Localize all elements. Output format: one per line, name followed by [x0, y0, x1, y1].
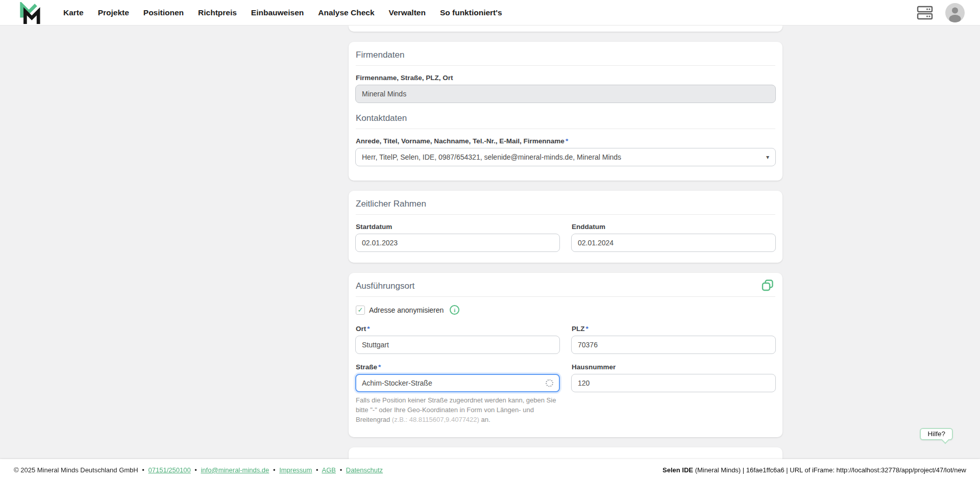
- enddatum-input[interactable]: [571, 234, 776, 252]
- enddatum-field: Enddatum: [571, 223, 776, 252]
- zeitlicher-rahmen-title: Zeitlicher Rahmen: [356, 199, 775, 209]
- mineral-minds-logo-icon[interactable]: [17, 2, 41, 24]
- company-input[interactable]: [355, 85, 776, 103]
- nav-item-positionen[interactable]: Positionen: [143, 8, 184, 17]
- required-marker: *: [378, 363, 381, 371]
- help-button[interactable]: Hilfe?: [920, 428, 953, 440]
- hausnummer-input[interactable]: [571, 374, 776, 392]
- footer-link-agb[interactable]: AGB: [322, 466, 336, 474]
- copy-icon[interactable]: [761, 279, 774, 292]
- startdatum-field: Startdatum: [355, 223, 560, 252]
- strasse-input[interactable]: [355, 374, 560, 392]
- enddatum-label: Enddatum: [572, 223, 775, 231]
- next-card-partial: [349, 447, 782, 460]
- nav-item-karte[interactable]: Karte: [63, 8, 84, 17]
- firmendaten-title: Firmendaten: [356, 50, 775, 60]
- hausnummer-label: Hausnummer: [572, 363, 775, 371]
- firmendaten-card: Firmendaten Firmenname, Straße, PLZ, Ort…: [349, 42, 782, 181]
- chevron-down-icon: ▾: [766, 154, 769, 161]
- strasse-help-text: Falls die Position keiner Straße zugeord…: [356, 396, 559, 425]
- contact-field-label: Anrede, Titel, Vorname, Nachname, Tel.-N…: [356, 137, 775, 145]
- divider: [356, 296, 775, 297]
- plz-field: PLZ*: [571, 325, 776, 354]
- divider: [356, 65, 775, 66]
- server-icon[interactable]: [917, 5, 933, 20]
- person-icon: [945, 3, 965, 22]
- startdatum-input[interactable]: [355, 234, 560, 252]
- nav-item-verwalten[interactable]: Verwalten: [389, 8, 426, 17]
- nav-right-actions: [917, 3, 965, 22]
- info-icon[interactable]: i: [450, 305, 459, 315]
- user-avatar[interactable]: [945, 3, 965, 22]
- footer-legal: © 2025 Mineral Minds Deutschland GmbH • …: [14, 466, 383, 474]
- main-menu: Karte Projekte Positionen Richtpreis Ein…: [63, 8, 502, 17]
- nav-item-richtpreis[interactable]: Richtpreis: [198, 8, 237, 17]
- required-marker: *: [566, 137, 568, 145]
- required-marker: *: [367, 325, 370, 333]
- nav-item-einbauweisen[interactable]: Einbauweisen: [251, 8, 304, 17]
- footer: © 2025 Mineral Minds Deutschland GmbH • …: [0, 459, 980, 481]
- nav-item-analyse-check[interactable]: Analyse Check: [318, 8, 374, 17]
- ausfuehrungsort-card: Ausführungsort ✓ Adresse anonymisieren i…: [349, 273, 782, 437]
- footer-link-datenschutz[interactable]: Datenschutz: [346, 466, 383, 474]
- footer-link-impressum[interactable]: Impressum: [279, 466, 312, 474]
- ort-field: Ort*: [355, 325, 560, 354]
- nav-item-so-funktionierts[interactable]: So funktioniert's: [440, 8, 502, 17]
- startdatum-label: Startdatum: [356, 223, 559, 231]
- required-marker: *: [586, 325, 589, 333]
- ausfuehrungsort-title: Ausführungsort: [356, 281, 414, 291]
- copyright-text: © 2025 Mineral Minds Deutschland GmbH: [14, 466, 138, 474]
- ide-name: Selen IDE: [663, 466, 693, 474]
- plz-input[interactable]: [571, 336, 776, 354]
- anonymize-checkbox-label[interactable]: Adresse anonymisieren: [369, 306, 444, 314]
- top-navigation: Karte Projekte Positionen Richtpreis Ein…: [0, 0, 980, 26]
- strasse-label: Straße*: [356, 363, 559, 371]
- anonymize-checkbox[interactable]: ✓: [356, 306, 365, 315]
- plz-label: PLZ*: [572, 325, 775, 333]
- footer-link-email[interactable]: info@mineral-minds.de: [201, 466, 269, 474]
- contact-select-value: Herr, TitelP, Selen, IDE, 0987/654321, s…: [362, 153, 621, 161]
- check-icon: ✓: [358, 306, 363, 314]
- divider: [356, 129, 775, 129]
- company-field-label: Firmenname, Straße, PLZ, Ort: [356, 74, 775, 82]
- contact-select[interactable]: Herr, TitelP, Selen, IDE, 0987/654321, s…: [355, 148, 776, 166]
- zeitlicher-rahmen-card: Zeitlicher Rahmen Startdatum Enddatum: [349, 191, 782, 263]
- nav-item-projekte[interactable]: Projekte: [98, 8, 129, 17]
- loading-spinner-icon: [546, 379, 553, 387]
- strasse-field: Straße* Falls die Position keiner Straße…: [355, 363, 560, 425]
- anonymize-address-row: ✓ Adresse anonymisieren i: [356, 305, 775, 315]
- ort-label: Ort*: [356, 325, 559, 333]
- footer-debug-info: Selen IDE (Mineral Minds) | 16fae1ffc6a6…: [663, 466, 966, 474]
- iframe-url-text: (Mineral Minds) | 16fae1ffc6a6 | URL of …: [693, 466, 966, 474]
- footer-link-phone[interactable]: 07151/250100: [149, 466, 191, 474]
- hausnummer-field: Hausnummer: [571, 363, 776, 425]
- ort-input[interactable]: [355, 336, 560, 354]
- geo-example-text: (z.B.: 48.8115607,9.4077422): [392, 416, 479, 423]
- previous-card-partial: [349, 26, 782, 32]
- divider: [356, 214, 775, 215]
- kontaktdaten-title: Kontaktdaten: [356, 113, 775, 123]
